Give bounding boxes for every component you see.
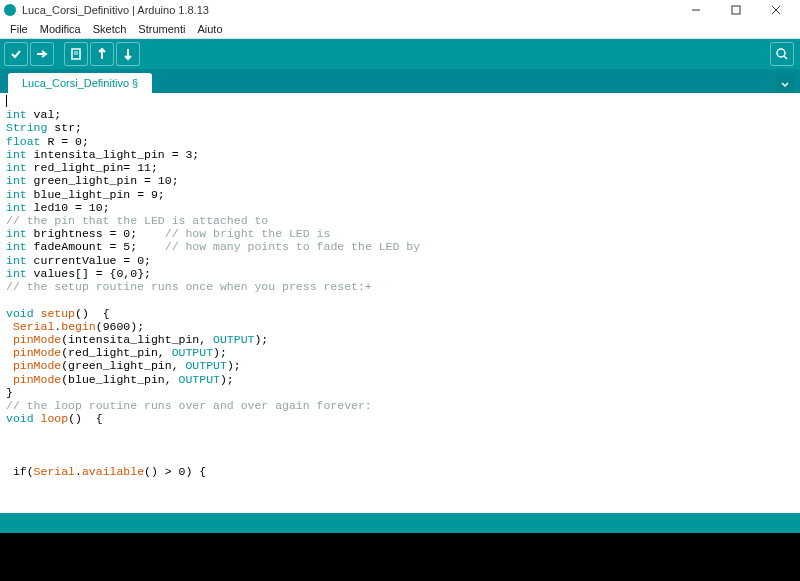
code-token: // how many points to fade the LED by [165,240,420,253]
code-token: () > 0) { [144,465,206,478]
menubar: File Modifica Sketch Strumenti Aiuto [0,20,800,39]
code-token: int [6,240,27,253]
code-token [6,359,13,372]
code-token: ); [254,333,268,346]
code-token: . [75,465,82,478]
code-token: void [6,412,34,425]
code-token: setup [41,307,76,320]
open-button[interactable] [90,42,114,66]
svg-rect-1 [732,6,740,14]
code-token [34,412,41,425]
code-token: intensita_light_pin = 3; [27,148,200,161]
menu-sketch[interactable]: Sketch [87,20,133,39]
code-token: pinMode [13,359,61,372]
tab-menu-button[interactable] [776,75,794,93]
minimize-button[interactable] [676,0,716,20]
new-button[interactable] [64,42,88,66]
code-token: led10 = 10; [27,201,110,214]
menu-help[interactable]: Aiuto [191,20,228,39]
code-token [6,346,13,359]
editor-container: int val; String str; float R = 0; int in… [0,93,800,513]
code-token: pinMode [13,346,61,359]
code-token: int [6,108,27,121]
code-token: red_light_pin= 11; [27,161,158,174]
code-token: Serial [13,320,54,333]
code-token: () { [68,412,103,425]
code-token: int [6,201,27,214]
code-token: pinMode [13,333,61,346]
upload-button[interactable] [30,42,54,66]
sketch-tab[interactable]: Luca_Corsi_Definitivo § [8,73,152,93]
code-token: fadeAmount = 5; [27,240,165,253]
svg-point-10 [777,49,785,57]
menu-edit[interactable]: Modifica [34,20,87,39]
console[interactable] [0,533,800,581]
status-bar [0,513,800,533]
menu-file[interactable]: File [4,20,34,39]
code-token: OUTPUT [172,346,213,359]
code-token: values[] = {0,0}; [27,267,151,280]
code-token: () { [75,307,110,320]
code-token: pinMode [13,373,61,386]
code-token: // the pin that the LED is attached to [6,214,268,227]
titlebar: Luca_Corsi_Definitivo | Arduino 1.8.13 [0,0,800,20]
code-token: currentValue = 0; [27,254,151,267]
code-token: (9600); [96,320,144,333]
code-token: R = 0; [41,135,89,148]
code-token: // how bright the LED is [165,227,331,240]
code-token: int [6,188,27,201]
code-token: } [6,386,13,399]
code-token: int [6,267,27,280]
code-token: blue_light_pin = 9; [27,188,165,201]
code-token: OUTPUT [185,359,226,372]
code-token: float [6,135,41,148]
code-token: int [6,148,27,161]
maximize-button[interactable] [716,0,756,20]
code-token: int [6,174,27,187]
code-token: brightness = 0; [27,227,165,240]
code-token: val; [27,108,62,121]
code-token: (green_light_pin, [61,359,185,372]
code-token: str; [47,121,82,134]
tabbar: Luca_Corsi_Definitivo § [0,69,800,93]
code-token: String [6,121,47,134]
code-token: if( [6,465,34,478]
code-token: void [6,307,34,320]
code-token: ); [220,373,234,386]
menu-tools[interactable]: Strumenti [132,20,191,39]
toolbar [0,39,800,69]
verify-button[interactable] [4,42,28,66]
code-token: loop [41,412,69,425]
code-token: ); [213,346,227,359]
code-token: OUTPUT [179,373,220,386]
code-token: ); [227,359,241,372]
code-token: int [6,227,27,240]
code-token: Serial [34,465,75,478]
close-button[interactable] [756,0,796,20]
code-token [34,307,41,320]
code-token [6,320,13,333]
code-token: begin [61,320,96,333]
code-token: (blue_light_pin, [61,373,178,386]
code-token: int [6,161,27,174]
code-token: green_light_pin = 10; [27,174,179,187]
code-token: (intensita_light_pin, [61,333,213,346]
code-token: // the setup routine runs once when you … [6,280,372,293]
code-token [6,333,13,346]
serial-monitor-button[interactable] [770,42,794,66]
save-button[interactable] [116,42,140,66]
code-editor[interactable]: int val; String str; float R = 0; int in… [0,93,800,513]
arduino-icon [4,4,16,16]
code-token: int [6,254,27,267]
code-token: // the loop routine runs over and over a… [6,399,372,412]
code-token: (red_light_pin, [61,346,171,359]
window-title: Luca_Corsi_Definitivo | Arduino 1.8.13 [22,4,676,16]
code-token [6,373,13,386]
code-token: available [82,465,144,478]
svg-line-11 [784,56,787,59]
code-token: OUTPUT [213,333,254,346]
